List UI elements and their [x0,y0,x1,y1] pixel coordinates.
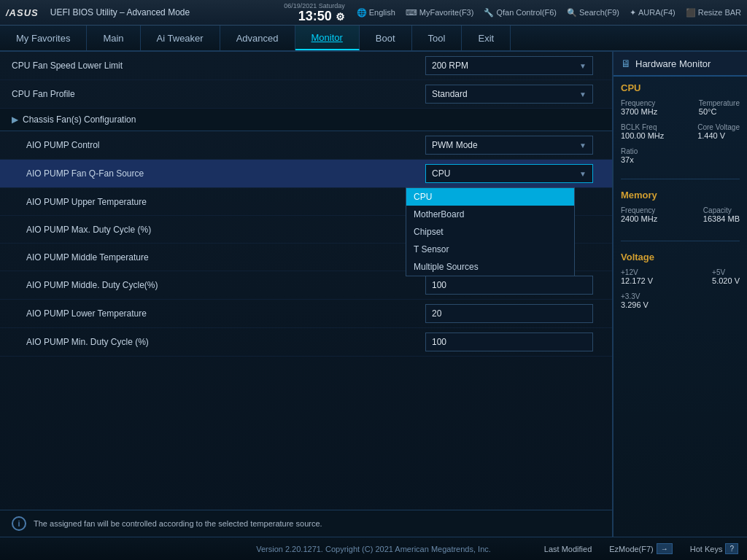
cpu-fan-speed-value: 200 RPM ▼ [425,56,600,75]
hot-keys-btn[interactable]: Hot Keys ? [690,543,738,554]
aio-pump-middle-temp-label: AIO PUMP Middle Temperature [12,252,425,262]
datetime: 06/19/2021 Saturday 13:50 ⚙ [284,2,345,23]
aio-pump-min-duty-display: 100 [432,337,446,347]
resize-bar-btn[interactable]: ⬛ Resize BAR [686,8,741,18]
last-modified-label: Last Modified [544,545,592,553]
aio-pump-control-selected: PWM Mode [432,140,478,150]
hw-12v-label: +12V [621,268,653,276]
hw-cpu-temp-block: Temperature 50°C [699,99,740,120]
ez-mode-btn[interactable]: EzMode(F7) → [609,543,673,554]
cpu-fan-speed-selected: 200 RPM [432,61,468,71]
ez-mode-arrow-icon[interactable]: → [657,543,673,554]
hw-33v-value: 3.296 V [621,300,740,309]
aio-pump-min-duty-value: 100 [425,332,600,351]
aio-pump-min-duty-label: AIO PUMP Min. Duty Cycle (%) [12,337,425,347]
aio-pump-lower-temp-row: AIO PUMP Lower Temperature 20 [0,300,612,328]
tab-advanced[interactable]: Advanced [220,26,295,50]
search-btn[interactable]: 🔍 Search(F9) [567,8,619,18]
resize-label: Resize BAR [698,8,741,17]
globe-icon: 🌐 [357,8,367,18]
chassis-fan-section-label: Chassis Fan(s) Configuration [23,114,136,125]
aio-pump-fan-source-value: CPU ▼ [425,164,600,183]
language-btn[interactable]: 🌐 English [357,8,395,18]
hw-ratio-block: Ratio 37x [621,147,740,164]
tab-boot[interactable]: Boot [360,26,412,50]
tab-main[interactable]: Main [87,26,140,50]
cpu-fan-profile-row: CPU Fan Profile Standard ▼ [0,80,612,109]
hw-divider-1 [621,179,740,179]
monitor-icon: 🖥 [621,58,631,69]
tab-exit[interactable]: Exit [462,26,511,50]
hw-bclk-value: 100.00 MHz [621,131,664,140]
qfan-label: Qfan Control(F6) [496,8,557,17]
aio-pump-min-duty-row: AIO PUMP Min. Duty Cycle (%) 100 [0,328,612,357]
hw-cpu-freq-label: Frequency [621,99,657,107]
hw-cpu-temp-label: Temperature [699,99,740,107]
option-multiple-sources[interactable]: Multiple Sources [406,258,574,276]
hw-memory-title: Memory [621,190,740,201]
cpu-fan-profile-value: Standard ▼ [425,85,600,104]
keyboard-icon: ⌨ [406,8,417,18]
hw-core-voltage-label: Core Voltage [697,123,740,131]
aio-pump-max-duty-label: AIO PUMP Max. Duty Cycle (%) [12,225,425,235]
option-chipset[interactable]: Chipset [406,223,574,241]
hw-5v-value: 5.020 V [712,276,740,285]
hw-5v-block: +5V 5.020 V [712,268,740,289]
hw-33v-label: +3.3V [621,292,740,300]
tab-tool[interactable]: Tool [412,26,462,50]
hw-cpu-section: CPU Frequency 3700 MHz Temperature 50°C … [614,77,747,174]
language-label: English [369,8,395,17]
chevron-down-icon: ▼ [579,141,587,149]
aio-pump-fan-source-dropdown[interactable]: CPU ▼ [425,164,593,183]
bios-title: UEFI BIOS Utility – Advanced Mode [50,7,275,18]
cpu-fan-profile-dropdown[interactable]: Standard ▼ [425,85,593,104]
aio-pump-fan-source-selected: CPU [432,168,450,179]
cpu-fan-speed-dropdown[interactable]: 200 RPM ▼ [425,56,593,75]
tab-monitor[interactable]: Monitor [295,26,360,50]
main-content: CPU Fan Speed Lower Limit 200 RPM ▼ CPU … [0,52,747,537]
hardware-monitor-panel: 🖥 Hardware Monitor CPU Frequency 3700 MH… [612,52,747,537]
hot-keys-question-icon[interactable]: ? [725,543,738,554]
aio-pump-control-dropdown[interactable]: PWM Mode ▼ [425,136,593,155]
chevron-down-icon: ▼ [579,170,587,178]
hw-monitor-title: Hardware Monitor [635,58,711,69]
info-bar: i The assigned fan will be controlled ac… [0,510,612,537]
aio-pump-middle-duty-label: AIO PUMP Middle. Duty Cycle(%) [12,280,425,290]
gear-icon[interactable]: ⚙ [336,11,345,23]
aio-pump-middle-duty-display: 100 [432,280,446,290]
aio-pump-control-label: AIO PUMP Control [12,140,425,150]
last-modified-btn[interactable]: Last Modified [544,545,592,553]
aio-pump-upper-temp-label: AIO PUMP Upper Temperature [12,197,425,207]
hw-divider-2 [621,241,740,241]
qfan-btn[interactable]: 🔧 Qfan Control(F6) [484,8,557,18]
hw-cpu-freq-temp-row: Frequency 3700 MHz Temperature 50°C [621,99,740,120]
aio-pump-control-row: AIO PUMP Control PWM Mode ▼ [0,131,612,160]
aio-pump-fan-source-label: AIO PUMP Fan Q-Fan Source [12,168,425,179]
header-info: 06/19/2021 Saturday 13:50 ⚙ 🌐 English ⌨ … [284,2,741,23]
aura-label: AURA(F4) [638,8,676,17]
aio-pump-middle-duty-input[interactable]: 100 [425,276,593,295]
tab-ai-tweaker[interactable]: Ai Tweaker [141,26,220,50]
chassis-fan-section-header[interactable]: ▶ Chassis Fan(s) Configuration [0,109,612,131]
my-favorite-btn[interactable]: ⌨ MyFavorite(F3) [406,8,474,18]
hw-12v-5v-row: +12V 12.172 V +5V 5.020 V [621,268,740,289]
fan-icon: 🔧 [484,8,494,18]
aio-pump-lower-temp-input[interactable]: 20 [425,304,593,323]
hw-12v-block: +12V 12.172 V [621,268,653,289]
fan-source-dropdown-popup: CPU MotherBoard Chipset T Sensor Multipl… [406,187,575,276]
option-t-sensor[interactable]: T Sensor [406,241,574,258]
hw-mem-cap-label: Capacity [703,206,740,214]
hw-cpu-title: CPU [621,82,740,93]
aura-btn[interactable]: ✦ AURA(F4) [630,8,676,18]
search-icon: 🔍 [567,8,577,18]
chevron-down-icon: ▼ [579,90,587,98]
cpu-fan-speed-row: CPU Fan Speed Lower Limit 200 RPM ▼ [0,52,612,80]
footer: Version 2.20.1271. Copyright (C) 2021 Am… [0,537,747,560]
aio-pump-min-duty-input[interactable]: 100 [425,332,593,351]
hw-33v-block: +3.3V 3.296 V [621,292,740,309]
option-cpu[interactable]: CPU [406,188,574,206]
option-motherboard[interactable]: MotherBoard [406,206,574,223]
tab-my-favorites[interactable]: My Favorites [0,26,87,50]
aura-icon: ✦ [630,8,636,18]
hw-5v-label: +5V [712,268,740,276]
